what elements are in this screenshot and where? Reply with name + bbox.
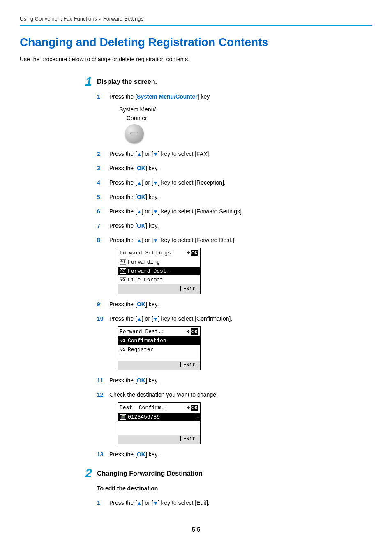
down-arrow-icon: ▼ xyxy=(153,180,158,186)
substep-1: 1 Press the [▲] or [▼] key to select [Ed… xyxy=(97,499,372,507)
lcd-row-forward-dest: 02 Forward Dest. xyxy=(118,267,200,276)
substep-1: 1 Press the [System Menu/Counter] key. S… xyxy=(97,92,372,143)
substep-6: 6 Press the [▲] or [▼] key to select [Fo… xyxy=(97,207,372,216)
lcd-exit-button: Exit xyxy=(180,435,198,443)
up-arrow-icon: ▲ xyxy=(137,238,142,243)
system-menu-counter-key: System Menu/Counter xyxy=(137,93,198,100)
substep-7: 7 Press the [OK] key. xyxy=(97,222,372,230)
breadcrumb: Using Convenient Fax Functions > Forward… xyxy=(20,15,372,23)
lcd-dest-confirm: Dest. Confirm.: ✥ OK 📠 0123456789 … xyxy=(118,402,201,444)
up-arrow-icon: ▲ xyxy=(137,500,142,506)
lcd-exit-button: Exit xyxy=(180,285,198,293)
section-number-2: 2 xyxy=(77,467,92,480)
round-button-icon xyxy=(125,124,144,143)
lcd-title: Forward Dest.: xyxy=(120,328,164,336)
section-changing-forwarding-destination: 2 Changing Forwarding Destination To edi… xyxy=(20,467,372,513)
substep-10: 10 Press the [▲] or [▼] key to select [C… xyxy=(97,314,372,371)
fax-icon: 📠 xyxy=(120,414,126,420)
down-arrow-icon: ▼ xyxy=(153,151,158,157)
down-arrow-icon: ▼ xyxy=(153,316,158,322)
up-arrow-icon: ▲ xyxy=(137,151,142,157)
down-arrow-icon: ▼ xyxy=(153,209,158,215)
lcd-row-forwarding: 01 Forwarding xyxy=(118,258,200,267)
up-arrow-icon: ▲ xyxy=(137,209,142,215)
lcd-title: Dest. Confirm.: xyxy=(120,404,168,412)
substep-11: 11 Press the [OK] key. xyxy=(97,376,372,385)
divider xyxy=(20,25,372,26)
ok-icon: OK xyxy=(191,250,198,256)
nav-cross-icon: ✥ xyxy=(187,405,190,410)
section-heading: Changing Forwarding Destination xyxy=(97,469,372,479)
ok-icon: OK xyxy=(191,328,198,335)
system-menu-counter-button-illustration: System Menu/ Counter xyxy=(118,105,372,143)
ok-key: OK xyxy=(137,377,145,384)
substep-3: 3 Press the [OK] key. xyxy=(97,164,372,173)
substep-5: 5 Press the [OK] key. xyxy=(97,193,372,201)
intro-text: Use the procedure below to change or del… xyxy=(20,55,372,64)
lcd-row-confirmation: 01 Confirmation xyxy=(118,336,200,345)
section-heading: Display the screen. xyxy=(97,77,372,87)
lcd-row-destination: 📠 0123456789 … xyxy=(118,413,200,422)
nav-cross-icon: ✥ xyxy=(187,329,190,334)
down-arrow-icon: ▼ xyxy=(153,500,158,506)
section-number-1: 1 xyxy=(77,75,92,88)
ok-icon: OK xyxy=(191,405,198,411)
lcd-forward-settings: Forward Settings: ✥ OK 01 Forwarding 02 … xyxy=(118,248,201,294)
up-arrow-icon: ▲ xyxy=(137,316,142,322)
substep-13: 13 Press the [OK] key. xyxy=(97,450,372,459)
section-display-screen: 1 Display the screen. 1 Press the [Syste… xyxy=(20,75,372,465)
nav-cross-icon: ✥ xyxy=(187,250,190,255)
down-arrow-icon: ▼ xyxy=(153,238,158,243)
lcd-row-file-format: 03 File Format xyxy=(118,275,200,284)
page-number: 5-5 xyxy=(20,525,372,534)
substep-4: 4 Press the [▲] or [▼] key to select [Re… xyxy=(97,178,372,187)
lcd-title: Forward Settings: xyxy=(120,249,174,257)
substep-2: 2 Press the [▲] or [▼] key to select [FA… xyxy=(97,150,372,158)
substep-8: 8 Press the [▲] or [▼] key to select [Fo… xyxy=(97,236,372,294)
substep-12: 12 Check the destination you want to cha… xyxy=(97,391,372,444)
lcd-forward-dest: Forward Dest.: ✥ OK 01 Confirmation 02 R… xyxy=(118,326,201,371)
lcd-row-register: 02 Register xyxy=(118,345,200,354)
ok-key: OK xyxy=(137,451,145,458)
substep-9: 9 Press the [OK] key. xyxy=(97,300,372,309)
lcd-exit-button: Exit xyxy=(180,361,198,369)
ok-key: OK xyxy=(137,165,145,171)
ok-key: OK xyxy=(137,301,145,308)
page-title: Changing and Deleting Registration Conte… xyxy=(20,34,372,51)
section-subheading: To edit the destination xyxy=(97,484,372,493)
ok-key: OK xyxy=(137,222,145,229)
ok-key: OK xyxy=(137,194,145,200)
up-arrow-icon: ▲ xyxy=(137,180,142,186)
ellipsis-icon: … xyxy=(196,414,199,420)
